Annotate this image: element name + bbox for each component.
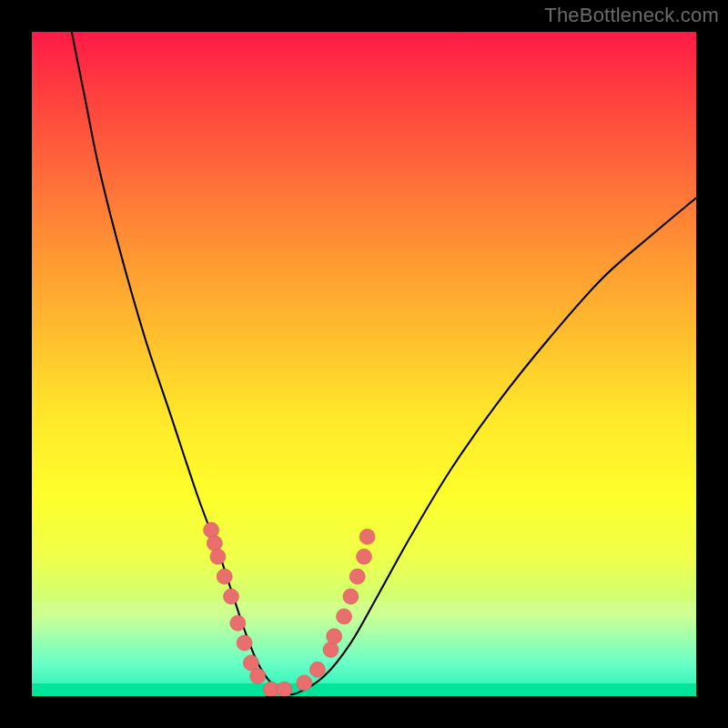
data-marker — [343, 589, 359, 604]
data-marker — [359, 529, 375, 544]
data-marker — [323, 642, 339, 657]
data-marker — [204, 522, 219, 538]
curve-layer — [32, 32, 696, 696]
data-marker — [327, 629, 342, 644]
data-marker — [337, 609, 352, 624]
data-marker — [210, 549, 226, 564]
data-marker — [309, 662, 325, 677]
data-marker — [237, 635, 252, 651]
data-marker — [230, 615, 246, 631]
chart-frame: TheBottleneck.com — [0, 0, 728, 728]
data-marker — [357, 549, 372, 564]
bottleneck-curve-path — [72, 32, 696, 694]
data-marker — [277, 682, 292, 696]
watermark-text: TheBottleneck.com — [544, 4, 719, 27]
data-marker — [297, 675, 312, 691]
plot-area — [32, 32, 696, 696]
data-marker — [207, 536, 222, 551]
data-marker — [349, 569, 365, 584]
data-marker — [224, 589, 239, 604]
data-marker — [217, 569, 232, 584]
marker-group — [204, 522, 376, 696]
data-marker — [250, 669, 266, 684]
